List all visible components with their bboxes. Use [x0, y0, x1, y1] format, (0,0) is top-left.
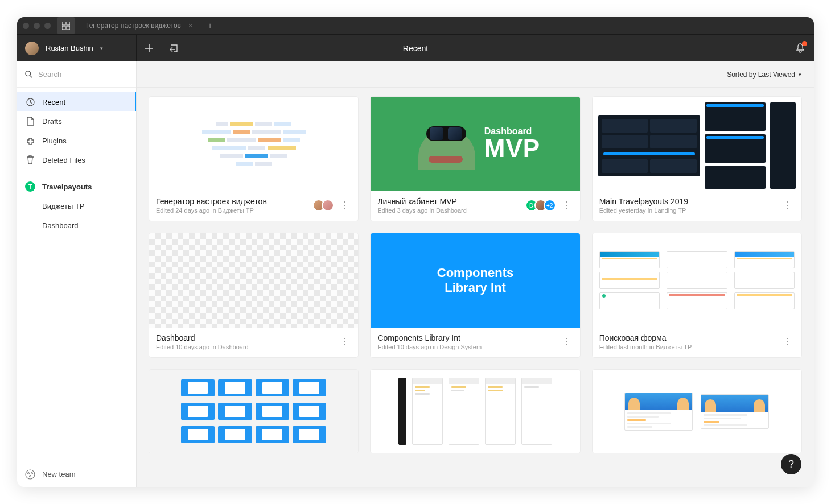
- plugin-icon: [25, 135, 35, 146]
- file-thumbnail: [149, 97, 358, 191]
- avatar: [25, 42, 39, 55]
- nav-label: Plugins: [42, 137, 67, 145]
- file-title: Личный кабинет MVP: [377, 197, 467, 206]
- more-options-button[interactable]: ⋮: [781, 337, 795, 347]
- file-card[interactable]: Dashboard Edited 10 days ago in Dashboar…: [149, 233, 358, 357]
- help-button[interactable]: ?: [781, 454, 801, 474]
- new-team-button[interactable]: New team: [17, 461, 136, 487]
- maximize-window-icon[interactable]: [44, 23, 51, 29]
- nav-label: Deleted Files: [42, 156, 85, 164]
- account-menu[interactable]: Ruslan Bushin ▾: [17, 35, 137, 61]
- collaborator-avatars: [312, 199, 334, 212]
- svg-point-6: [26, 470, 35, 479]
- file-meta: Components Library Int Edited 10 days ag…: [371, 328, 579, 357]
- file-card[interactable]: [593, 370, 801, 453]
- search-row: [17, 61, 136, 88]
- sidebar-item-plugins[interactable]: Plugins: [17, 131, 136, 150]
- file-card[interactable]: Main Travelpayouts 2019 Edited yesterday…: [593, 97, 801, 221]
- plus-icon: [145, 44, 154, 53]
- tab-current-file[interactable]: Генератор настроек виджетов ✕: [78, 17, 201, 34]
- sidebar-team-travelpayouts[interactable]: T Travelpayouts: [17, 177, 136, 196]
- thumb-text-2: Library Int: [445, 280, 506, 295]
- project-label: Виджеты TP: [42, 202, 85, 210]
- project-label: Dashboard: [42, 221, 79, 230]
- chevron-down-icon: ▾: [100, 46, 103, 51]
- file-card[interactable]: Dashboard MVP Личный кабинет MVP Edited …: [371, 97, 579, 221]
- sidebar-item-drafts[interactable]: Drafts: [17, 111, 136, 131]
- clock-icon: [25, 97, 35, 107]
- file-card[interactable]: Генератор настроек виджетов Edited 24 da…: [149, 97, 358, 221]
- trash-icon: [25, 155, 35, 165]
- svg-point-8: [31, 472, 33, 474]
- sidebar-project-dashboard[interactable]: Dashboard: [17, 216, 136, 235]
- file-meta: Личный кабинет MVP Edited 3 days ago in …: [371, 191, 579, 221]
- sort-label-text: Sorted by Last Viewed: [727, 71, 795, 79]
- titlebar: Генератор настроек виджетов ✕ +: [17, 17, 814, 34]
- file-subtitle: Edited 3 days ago in Dashboard: [377, 207, 467, 214]
- team-label: Travelpayouts: [42, 183, 92, 191]
- body: Recent Drafts Plugins: [17, 61, 814, 487]
- svg-rect-2: [62, 26, 65, 30]
- sort-dropdown[interactable]: Sorted by Last Viewed ▾: [727, 71, 801, 79]
- window-controls[interactable]: [23, 23, 51, 29]
- new-file-button[interactable]: [137, 35, 162, 61]
- file-subtitle: Edited yesterday in Landing TP: [599, 207, 688, 214]
- file-card[interactable]: Поисковая форма Edited last month in Вид…: [593, 233, 801, 357]
- chevron-down-icon: ▾: [799, 72, 801, 77]
- sidebar-item-deleted[interactable]: Deleted Files: [17, 150, 136, 170]
- file-thumbnail: [593, 97, 801, 191]
- help-label: ?: [788, 458, 794, 470]
- file-thumbnail: [149, 233, 358, 328]
- file-thumbnail: Components Library Int: [371, 233, 579, 328]
- import-icon: [170, 44, 179, 53]
- sidebar-item-recent[interactable]: Recent: [17, 92, 136, 111]
- search-input[interactable]: [38, 70, 128, 79]
- more-options-button[interactable]: ⋮: [560, 200, 573, 210]
- tab-label: Генератор настроек виджетов: [86, 22, 181, 30]
- pepe-illustration: [418, 118, 475, 170]
- home-tab-button[interactable]: [57, 17, 75, 34]
- divider: [17, 173, 136, 173]
- file-title: Поисковая форма: [599, 333, 692, 342]
- sort-bar: Sorted by Last Viewed ▾: [137, 61, 814, 88]
- file-thumbnail: [149, 370, 358, 453]
- svg-rect-3: [67, 26, 70, 30]
- file-meta: Поисковая форма Edited last month in Вид…: [593, 328, 801, 357]
- file-card[interactable]: [371, 370, 579, 453]
- file-subtitle: Edited 10 days ago in Dashboard: [156, 344, 249, 350]
- team-icon: [25, 469, 35, 480]
- file-title: Main Travelpayouts 2019: [599, 197, 688, 206]
- more-options-button[interactable]: ⋮: [338, 200, 351, 210]
- app-window: Генератор настроек виджетов ✕ + Ruslan B…: [17, 17, 814, 487]
- more-options-button[interactable]: ⋮: [338, 337, 351, 347]
- svg-point-9: [30, 475, 31, 477]
- file-grid: Генератор настроек виджетов Edited 24 da…: [137, 88, 814, 487]
- file-title: Dashboard: [156, 333, 249, 342]
- team-badge: T: [25, 181, 35, 192]
- grid-icon: [62, 22, 70, 30]
- file-thumbnail: [593, 233, 801, 328]
- header: Ruslan Bushin ▾ Recent: [17, 34, 814, 61]
- more-options-button[interactable]: ⋮: [560, 337, 573, 347]
- username-label: Ruslan Bushin: [46, 44, 93, 52]
- notifications-button[interactable]: [796, 43, 805, 53]
- svg-rect-1: [67, 22, 70, 25]
- svg-rect-0: [62, 22, 65, 25]
- more-options-button[interactable]: ⋮: [781, 200, 795, 210]
- file-thumbnail: [371, 370, 579, 453]
- sidebar: Recent Drafts Plugins: [17, 61, 137, 487]
- close-window-icon[interactable]: [23, 23, 29, 29]
- svg-point-4: [26, 71, 31, 76]
- file-subtitle: Edited 24 days ago in Виджеты TP: [156, 207, 267, 214]
- file-card[interactable]: [149, 370, 358, 453]
- nav-label: Drafts: [42, 117, 62, 126]
- new-tab-button[interactable]: +: [201, 21, 219, 30]
- file-meta: Генератор настроек виджетов Edited 24 da…: [149, 191, 358, 221]
- import-button[interactable]: [162, 35, 187, 61]
- sidebar-project-widgets[interactable]: Виджеты TP: [17, 196, 136, 216]
- page-title: Recent: [403, 44, 428, 53]
- close-icon[interactable]: ✕: [188, 23, 193, 29]
- file-card[interactable]: Components Library Int Components Librar…: [371, 233, 579, 357]
- minimize-window-icon[interactable]: [34, 23, 40, 29]
- avatar: [322, 199, 334, 212]
